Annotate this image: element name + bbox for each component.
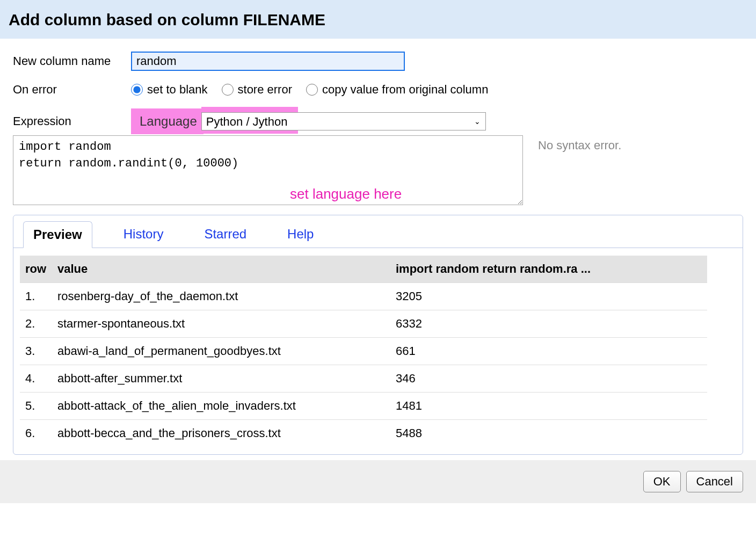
preview-container: row value import random return random.ra… — [13, 248, 743, 454]
radio-copy-input[interactable] — [306, 84, 318, 96]
radio-copy-label: copy value from original column — [322, 83, 488, 97]
table-row: 1.rosenberg-day_of_the_daemon.txt3205 — [20, 283, 707, 310]
table-row: 3.abawi-a_land_of_permanent_goodbyes.txt… — [20, 338, 707, 365]
cell-rownum: 4. — [20, 365, 52, 393]
cell-value: abawi-a_land_of_permanent_goodbyes.txt — [52, 338, 390, 365]
preview-header-row: row value import random return random.ra… — [20, 256, 707, 283]
header-row: row — [20, 256, 52, 283]
cell-rownum: 5. — [20, 393, 52, 420]
cell-rownum: 3. — [20, 338, 52, 365]
table-row: 4.abbott-after_summer.txt346 — [20, 365, 707, 393]
dialog-header: Add column based on column FILENAME — [0, 0, 756, 39]
tabs-panel: Preview History Starred Help row value i… — [13, 215, 743, 455]
radio-blank-label: set to blank — [147, 83, 208, 97]
cell-rownum: 1. — [20, 283, 52, 310]
radio-store-label: store error — [238, 83, 292, 97]
table-row: 6.abbott-becca_and_the_prisoners_cross.t… — [20, 420, 707, 447]
tab-history[interactable]: History — [114, 221, 173, 248]
column-name-input[interactable] — [131, 52, 405, 71]
radio-set-to-blank[interactable]: set to blank — [131, 83, 208, 97]
cell-value: abbott-becca_and_the_prisoners_cross.txt — [52, 420, 390, 447]
dialog-body: New column name On error set to blank st… — [0, 39, 756, 460]
dialog-footer: OK Cancel — [0, 460, 756, 503]
cell-result: 661 — [390, 338, 707, 365]
cell-result: 3205 — [390, 283, 707, 310]
cell-result: 5488 — [390, 420, 707, 447]
expression-row: Expression Language Python / Jython ⌄ — [13, 108, 743, 134]
annotation-text: set language here — [290, 186, 402, 202]
table-row: 5.abbott-attack_of_the_alien_mole_invade… — [20, 393, 707, 420]
syntax-status: No syntax error. — [538, 135, 621, 205]
cell-value: rosenberg-day_of_the_daemon.txt — [52, 283, 390, 310]
on-error-row: On error set to blank store error copy v… — [13, 83, 743, 97]
preview-scroll[interactable]: row value import random return random.ra… — [20, 256, 736, 447]
tab-help[interactable]: Help — [278, 221, 323, 248]
tab-starred[interactable]: Starred — [194, 221, 256, 248]
radio-store-error[interactable]: store error — [222, 83, 292, 97]
language-highlight: Language — [131, 108, 203, 134]
cell-value: abbott-after_summer.txt — [52, 365, 390, 393]
cell-rownum: 6. — [20, 420, 52, 447]
expression-editor[interactable] — [13, 135, 523, 205]
tab-list: Preview History Starred Help — [13, 215, 743, 248]
on-error-label: On error — [13, 83, 131, 97]
cell-value: abbott-attack_of_the_alien_mole_invaders… — [52, 393, 390, 420]
radio-copy-value[interactable]: copy value from original column — [306, 83, 488, 97]
cell-result: 6332 — [390, 310, 707, 338]
cell-value: starmer-spontaneous.txt — [52, 310, 390, 338]
language-select[interactable]: Python / Jython — [201, 112, 486, 130]
radio-blank-input[interactable] — [131, 84, 143, 96]
header-result: import random return random.ra ... — [390, 256, 707, 283]
column-name-row: New column name — [13, 52, 743, 71]
preview-table: row value import random return random.ra… — [20, 256, 707, 447]
column-name-label: New column name — [13, 54, 131, 68]
tab-preview[interactable]: Preview — [23, 221, 92, 248]
cell-rownum: 2. — [20, 310, 52, 338]
dialog-title: Add column based on column FILENAME — [9, 11, 747, 29]
table-row: 2.starmer-spontaneous.txt6332 — [20, 310, 707, 338]
radio-store-input[interactable] — [222, 84, 234, 96]
expression-label: Expression — [13, 114, 131, 128]
cancel-button[interactable]: Cancel — [686, 471, 743, 492]
on-error-radio-group: set to blank store error copy value from… — [131, 83, 498, 97]
cell-result: 1481 — [390, 393, 707, 420]
cell-result: 346 — [390, 365, 707, 393]
header-value: value — [52, 256, 390, 283]
ok-button[interactable]: OK — [643, 471, 681, 492]
language-label: Language — [140, 114, 197, 129]
